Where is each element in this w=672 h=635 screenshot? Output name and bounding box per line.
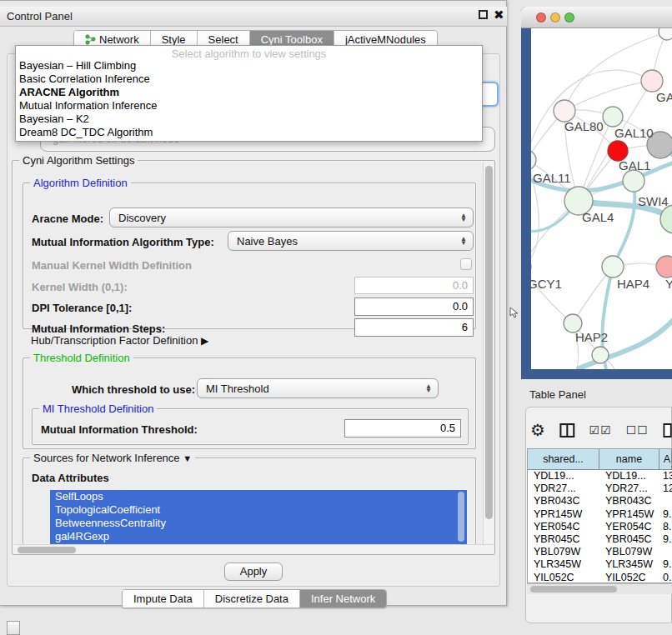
which-threshold-combobox[interactable]: MI Threshold ▲▼: [197, 378, 439, 398]
network-graph: GAL GAL80 GAL10 GAL1 GAL11 SWI4 GAL4 GCY…: [531, 28, 672, 369]
attribute-item[interactable]: gal4RGexp: [50, 530, 467, 543]
mi-threshold-group: MI Threshold Definition Mutual Informati…: [32, 408, 469, 445]
attribute-item[interactable]: SelfLoops: [50, 490, 467, 503]
algorithm-option[interactable]: Bayesian – Hill Climbing: [16, 59, 482, 72]
network-node-salmon[interactable]: [656, 256, 672, 278]
data-attributes-list[interactable]: SelfLoopsTopologicalCoefficientBetweenne…: [50, 490, 467, 545]
settings-vertical-scrollbar[interactable]: [483, 162, 494, 544]
close-traffic-icon[interactable]: [536, 12, 546, 22]
table-panel-title: Table Panel: [529, 388, 586, 401]
algorithm-option-selected[interactable]: ARACNE Algorithm: [16, 86, 482, 99]
algorithm-placeholder: Select algorithm to view settings: [16, 46, 482, 59]
algorithm-dropdown-popup: Select algorithm to view settings Bayesi…: [15, 45, 483, 142]
collapsed-arrow-icon: ▶: [201, 335, 208, 347]
tab-impute-data[interactable]: Impute Data: [123, 590, 204, 608]
column-header[interactable]: A: [659, 449, 672, 469]
network-node-gal[interactable]: [641, 70, 663, 92]
node-label: HAP4: [617, 277, 649, 291]
control-panel-titlebar[interactable]: [0, 7, 507, 27]
network-node-gal11[interactable]: [531, 150, 536, 170]
collapsed-panel-icon[interactable]: [7, 621, 20, 635]
algorithm-definition-title: Algorithm Definition: [30, 177, 131, 189]
kernel-width-label: Kernel Width (0,1):: [32, 281, 128, 293]
algorithm-option[interactable]: Mutual Information Inference: [16, 99, 482, 112]
control-panel-title: Control Panel: [7, 10, 73, 22]
clear-all-checks-icon[interactable]: ☐☐: [626, 423, 649, 437]
node-label: GAL1: [619, 158, 650, 172]
document-icon[interactable]: [663, 422, 672, 438]
tab-infer-network[interactable]: Infer Network: [300, 590, 386, 608]
hub-definition-toggle[interactable]: Hub/Transcription Factor Definition ▶: [31, 334, 208, 347]
table-row[interactable]: YPR145W YPR145W 9.: [528, 508, 672, 521]
manual-kernel-label: Manual Kernel Width Definition: [32, 259, 192, 272]
algorithm-definition-group: Algorithm Definition Aracne Mode: Discov…: [23, 182, 476, 329]
attribute-item[interactable]: BetweennessCentrality: [50, 517, 467, 530]
node-label: SWI4: [638, 194, 669, 208]
manual-kernel-checkbox[interactable]: [460, 258, 472, 270]
network-canvas[interactable]: GAL GAL80 GAL10 GAL1 GAL11 SWI4 GAL4 GCY…: [531, 28, 672, 369]
threshold-definition-group: Threshold Definition Which threshold to …: [23, 358, 476, 449]
algorithm-option[interactable]: Bayesian – K2: [16, 112, 482, 126]
mi-threshold-field[interactable]: 0.5: [344, 419, 461, 438]
mi-steps-field[interactable]: 6: [354, 318, 474, 337]
node-label: GAL10: [614, 126, 654, 140]
select-all-checks-icon[interactable]: ☑☑: [589, 423, 612, 437]
table-row[interactable]: YER054C YER054C 8.: [528, 521, 672, 533]
mi-type-combobox[interactable]: Naive Bayes ▲▼: [228, 231, 474, 251]
attribute-item[interactable]: TopologicalCoefficient: [50, 503, 467, 517]
aracne-mode-label: Aracne Mode:: [32, 212, 103, 225]
close-icon[interactable]: ✖: [494, 8, 504, 22]
table-row[interactable]: YDL19... YDL19... 13: [528, 470, 672, 482]
gear-icon[interactable]: ⚙: [530, 420, 545, 440]
network-node-hap4[interactable]: [602, 256, 624, 278]
node-label: GAL80: [564, 119, 604, 133]
network-icon: [85, 34, 96, 45]
list-scrollbar[interactable]: [458, 492, 464, 542]
network-node-swi4[interactable]: [623, 170, 644, 192]
zoom-traffic-icon[interactable]: [564, 12, 574, 22]
algorithm-option[interactable]: Dream8 DC_TDC Algorithm: [16, 126, 482, 139]
minimize-traffic-icon[interactable]: [550, 12, 560, 22]
float-window-icon[interactable]: [479, 10, 488, 19]
which-threshold-label: Which threshold to use:: [72, 383, 195, 396]
mi-steps-label: Mutual Information Steps:: [32, 322, 165, 335]
table-row[interactable]: YBR043C YBR043C: [528, 495, 672, 508]
bottom-tabbar: Impute Data Discretize Data Infer Networ…: [122, 589, 387, 608]
node-attribute-table[interactable]: shared... name A YDL19... YDL19... 13 YD…: [527, 448, 672, 583]
dpi-tolerance-field[interactable]: 0.0: [354, 298, 474, 316]
network-window-titlebar[interactable]: [521, 7, 672, 28]
table-row[interactable]: YBL079W YBL079W: [528, 546, 672, 558]
table-row[interactable]: YLR345W YLR345W 9.: [528, 558, 672, 571]
table-hscroll-thumb[interactable]: [530, 586, 617, 592]
network-node[interactable]: [592, 347, 609, 363]
settings-group-title: Cyni Algorithm Settings: [19, 154, 138, 167]
apply-button[interactable]: Apply: [224, 562, 283, 581]
table-row[interactable]: YBR045C YBR045C 9.: [528, 533, 672, 546]
node-label: GAL: [656, 90, 672, 104]
combo-arrows-icon: ▲▼: [458, 237, 469, 245]
settings-horizontal-scrollbar[interactable]: [14, 544, 494, 554]
network-node[interactable]: [659, 28, 672, 40]
algorithm-option[interactable]: Basic Correlation Inference: [16, 72, 482, 86]
kernel-width-field[interactable]: 0.0: [354, 277, 474, 294]
table-header-row: shared... name A: [528, 449, 672, 470]
table-toolbar: ⚙ ☑☑ ☐☐: [530, 415, 672, 445]
table-horizontal-scrollbar[interactable]: [527, 583, 672, 594]
settings-vscroll-thumb[interactable]: [485, 166, 493, 519]
network-node[interactable]: [660, 205, 672, 233]
network-node-gal10[interactable]: [603, 107, 623, 127]
aracne-mode-combobox[interactable]: Discovery ▲▼: [109, 208, 474, 228]
table-row[interactable]: YDR27... YDR27... 12: [528, 482, 672, 495]
combo-arrows-icon: ▲▼: [423, 384, 434, 392]
tab-discretize-data[interactable]: Discretize Data: [204, 590, 300, 608]
mi-threshold-group-title: MI Threshold Definition: [39, 402, 157, 415]
expanded-arrow-icon: ▼: [183, 453, 192, 463]
column-header[interactable]: name: [599, 449, 659, 469]
columns-icon[interactable]: [559, 422, 575, 438]
settings-hscroll-thumb[interactable]: [18, 547, 76, 553]
column-header[interactable]: shared...: [528, 449, 599, 469]
combo-arrows-icon: ▲▼: [458, 213, 469, 222]
node-label: Y: [665, 277, 672, 291]
sources-group-title: Sources for Network Inference ▼: [30, 452, 195, 464]
table-row[interactable]: YIL052C YIL052C 0.: [528, 572, 672, 584]
